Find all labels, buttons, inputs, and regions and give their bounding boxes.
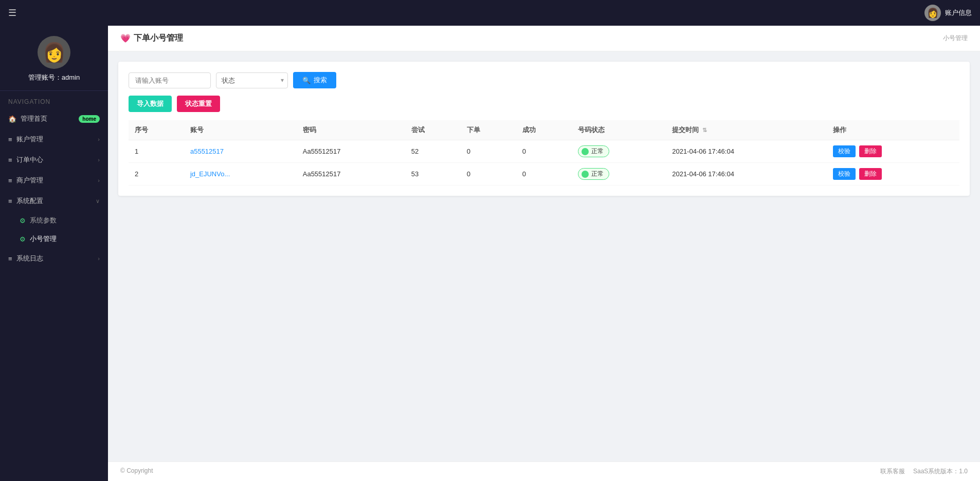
footer-links: 联系客服 SaaS系统版本：1.0 xyxy=(880,467,968,476)
cell-account: a55512517 xyxy=(184,140,297,163)
status-toggle-dot xyxy=(582,148,589,155)
sidebar-subitem-subaccount[interactable]: ⚙ 小号管理 xyxy=(0,230,108,248)
syslog-arrow-icon: › xyxy=(98,255,100,262)
account-info-button[interactable]: 👩 账户信息 xyxy=(924,5,972,21)
sidebar-subitem-sysparams[interactable]: ⚙ 系统参数 xyxy=(0,211,108,230)
cell-success: 0 xyxy=(516,163,572,186)
version-label: SaaS系统版本：1.0 xyxy=(913,467,968,476)
account-arrow-icon: › xyxy=(98,136,100,142)
sidebar-subitem-sysparams-label: 系统参数 xyxy=(30,216,57,225)
content-area: 💗 下单小号管理 小号管理 状态 全部 正常 xyxy=(108,26,980,481)
page-title-text: 下单小号管理 xyxy=(134,33,183,44)
status-select-wrapper: 状态 全部 正常 异常 xyxy=(216,72,288,88)
cell-submit-time: 2021-04-06 17:46:04 xyxy=(666,163,826,186)
table-row: 2 jd_EJUNVo... Aa55512517 53 0 0 正常 2021… xyxy=(129,163,959,186)
content-body: 状态 全部 正常 异常 🔍 搜索 导入数据 xyxy=(108,51,980,461)
cell-seq: 2 xyxy=(129,163,184,186)
filter-row: 状态 全部 正常 异常 🔍 搜索 xyxy=(129,72,959,88)
page-title: 💗 下单小号管理 xyxy=(120,33,183,44)
order-arrow-icon: › xyxy=(98,157,100,163)
nav-section-label: Navigation xyxy=(0,91,108,108)
content-header: 💗 下单小号管理 小号管理 xyxy=(108,26,980,51)
sidebar-item-order-label: 订单中心 xyxy=(16,155,43,164)
sidebar-item-syslog[interactable]: ≡ 系统日志 › xyxy=(0,248,108,269)
account-link[interactable]: a55512517 xyxy=(190,147,224,155)
sidebar-item-sysconfig[interactable]: ≡ 系统配置 ∨ xyxy=(0,191,108,211)
status-toggle-dot xyxy=(582,171,589,178)
cell-account: jd_EJUNVo... xyxy=(184,163,297,186)
delete-button[interactable]: 删除 xyxy=(859,168,882,180)
subaccount-sub-icon: ⚙ xyxy=(20,235,26,243)
cell-status: 正常 xyxy=(572,140,666,163)
contact-service-link[interactable]: 联系客服 xyxy=(880,467,905,476)
check-button[interactable]: 校验 xyxy=(833,145,856,157)
status-select[interactable]: 状态 全部 正常 异常 xyxy=(216,72,288,88)
cell-operation: 校验 删除 xyxy=(827,163,959,186)
hamburger-icon[interactable]: ☰ xyxy=(8,7,16,18)
import-button[interactable]: 导入数据 xyxy=(129,96,172,112)
sidebar-item-account[interactable]: ≡ 账户管理 › xyxy=(0,129,108,150)
sidebar-avatar: 👩 xyxy=(38,36,70,69)
sidebar: 👩 管理账号：admin Navigation 🏠 管理首页 home ≡ 账户… xyxy=(0,26,108,481)
col-header-submit-time[interactable]: 提交时间 ⇅ xyxy=(666,120,826,140)
sidebar-username: 管理账号：admin xyxy=(28,73,80,82)
cell-password: Aa55512517 xyxy=(297,163,405,186)
merchant-nav-icon: ≡ xyxy=(8,177,12,184)
cell-try: 52 xyxy=(405,140,461,163)
search-button[interactable]: 🔍 搜索 xyxy=(293,72,336,88)
merchant-arrow-icon: › xyxy=(98,177,100,183)
search-button-label: 搜索 xyxy=(314,76,327,85)
delete-button[interactable]: 删除 xyxy=(859,145,882,157)
sysconfig-nav-icon: ≡ xyxy=(8,197,12,205)
account-link[interactable]: jd_EJUNVo... xyxy=(190,170,230,178)
breadcrumb: 小号管理 xyxy=(943,34,968,43)
cell-order: 0 xyxy=(461,163,516,186)
syslog-nav-icon: ≡ xyxy=(8,255,12,263)
cell-status: 正常 xyxy=(572,163,666,186)
sidebar-subitem-subaccount-label: 小号管理 xyxy=(30,234,57,244)
footer: © Copyright 联系客服 SaaS系统版本：1.0 xyxy=(108,461,980,481)
main-panel: 状态 全部 正常 异常 🔍 搜索 导入数据 xyxy=(118,62,970,196)
table-row: 1 a55512517 Aa55512517 52 0 0 正常 2021-04… xyxy=(129,140,959,163)
home-badge: home xyxy=(79,115,100,123)
account-search-input[interactable] xyxy=(129,72,211,88)
check-button[interactable]: 校验 xyxy=(833,168,856,180)
top-bar-left: ☰ xyxy=(8,7,16,18)
sidebar-profile: 👩 管理账号：admin xyxy=(0,26,108,91)
sidebar-item-home[interactable]: 🏠 管理首页 home xyxy=(0,108,108,129)
status-badge: 正常 xyxy=(578,145,609,157)
account-nav-icon: ≡ xyxy=(8,136,12,143)
main-area: 👩 管理账号：admin Navigation 🏠 管理首页 home ≡ 账户… xyxy=(0,26,980,481)
sidebar-item-syslog-label: 系统日志 xyxy=(16,254,43,263)
cell-password: Aa55512517 xyxy=(297,140,405,163)
status-badge: 正常 xyxy=(578,168,609,180)
order-nav-icon: ≡ xyxy=(8,156,12,164)
sidebar-item-home-label: 管理首页 xyxy=(21,114,47,123)
home-nav-icon: 🏠 xyxy=(8,115,16,123)
col-header-success: 成功 xyxy=(516,120,572,140)
copyright: © Copyright xyxy=(120,467,153,476)
sidebar-item-order[interactable]: ≡ 订单中心 › xyxy=(0,150,108,170)
reset-button[interactable]: 状态重置 xyxy=(177,96,220,112)
data-table: 序号 账号 密码 尝试 下单 成功 号码状态 提交时间 ⇅ xyxy=(129,120,959,186)
col-header-account: 账号 xyxy=(184,120,297,140)
action-row: 导入数据 状态重置 xyxy=(129,96,959,112)
cell-success: 0 xyxy=(516,140,572,163)
sidebar-item-merchant[interactable]: ≡ 商户管理 › xyxy=(0,170,108,191)
col-header-try: 尝试 xyxy=(405,120,461,140)
search-icon: 🔍 xyxy=(302,77,311,84)
cell-submit-time: 2021-04-06 17:46:04 xyxy=(666,140,826,163)
top-avatar: 👩 xyxy=(924,5,941,21)
col-header-order: 下单 xyxy=(461,120,516,140)
cell-seq: 1 xyxy=(129,140,184,163)
cell-order: 0 xyxy=(461,140,516,163)
table-header-row: 序号 账号 密码 尝试 下单 成功 号码状态 提交时间 ⇅ xyxy=(129,120,959,140)
col-header-password: 密码 xyxy=(297,120,405,140)
sort-icon: ⇅ xyxy=(702,127,707,133)
sidebar-item-sysconfig-label: 系统配置 xyxy=(16,196,43,206)
sysparams-sub-icon: ⚙ xyxy=(20,217,26,225)
col-header-seq: 序号 xyxy=(129,120,184,140)
top-bar: ☰ 👩 账户信息 xyxy=(0,0,980,26)
col-header-operation: 操作 xyxy=(827,120,959,140)
sidebar-item-merchant-label: 商户管理 xyxy=(16,176,43,185)
